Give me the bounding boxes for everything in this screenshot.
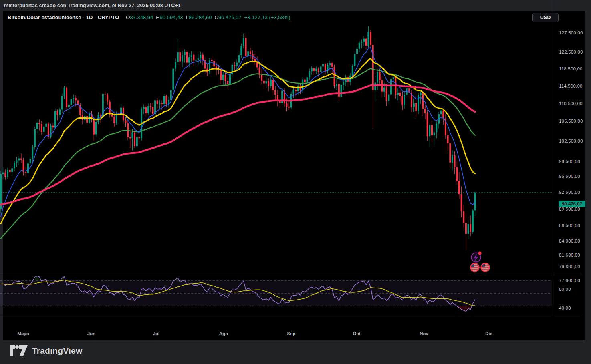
ohlc-label: H	[156, 14, 159, 20]
footer-bar: TradingView	[0, 340, 591, 364]
tradingview-logo-text: TradingView	[32, 346, 83, 356]
ohlc-value: 86.284,60	[189, 14, 212, 20]
ohlc-value: 90.594,43	[160, 14, 183, 20]
month-label: Jul	[153, 331, 160, 336]
tradingview-chart-page: misterpuertas creado con TradingView.com…	[0, 0, 591, 364]
price-axis-label: 122.500,00	[559, 49, 583, 55]
price-axis-label: 106.500,00	[559, 118, 583, 124]
ma-fast-line	[1, 48, 475, 217]
currency-toggle-button[interactable]: USD	[532, 13, 559, 22]
ma-slow-line	[1, 68, 475, 239]
pane-separators	[0, 0, 582, 316]
us-economic-event-icon[interactable]	[471, 263, 479, 272]
price-axis-label: 79.600,00	[559, 263, 580, 270]
ohlc-values: O87.348,94H90.594,43L86.284,60C90.476,07…	[123, 14, 290, 20]
interval-label[interactable]: 1D	[86, 14, 93, 20]
price-axis-label: 114.500,00	[559, 83, 583, 89]
last-price-badge: 90.476,07	[559, 201, 585, 207]
ohlc-label: L	[186, 14, 188, 20]
ohlc-label: O	[126, 14, 130, 20]
month-label: Sep	[287, 331, 295, 336]
price-axis-label: 110.500,00	[559, 100, 583, 107]
month-label: Dic	[485, 331, 492, 336]
price-axis-label: 86.500,00	[559, 222, 580, 229]
price-axis-label: 77.600,00	[559, 277, 580, 284]
price-axis-label: 95.500,00	[559, 173, 580, 179]
price-axis-label: 84.000,00	[559, 238, 580, 244]
exchange-label: CRYPTO	[98, 14, 119, 20]
price-axis-label: 102.500,00	[559, 138, 583, 144]
separator-dot: ·	[93, 14, 97, 20]
tradingview-logo[interactable]: TradingView	[10, 345, 83, 356]
ohlc-label: C	[215, 14, 218, 20]
price-axis-label: 81.600,00	[559, 252, 580, 258]
month-label: Mayo	[17, 331, 29, 336]
chart-panel[interactable]: Bitcoin/Dólar estadounidense·1D·CRYPTOO8…	[3, 11, 585, 340]
us-economic-event-icon[interactable]	[481, 263, 490, 272]
ohlc-value: 87.348,94	[130, 14, 153, 20]
ideas-flash-icon[interactable]	[472, 252, 482, 262]
change-value: +3.127,13 (+3,58%)	[244, 14, 290, 20]
price-axis-label: 92.500,00	[559, 189, 580, 195]
symbol-info-row[interactable]: Bitcoin/Dólar estadounidense·1D·CRYPTOO8…	[8, 14, 290, 20]
ma-mid-line	[1, 58, 475, 223]
symbol-title[interactable]: Bitcoin/Dólar estadounidense	[8, 14, 81, 20]
month-label: Jun	[87, 331, 95, 336]
tradingview-logo-icon	[10, 345, 28, 356]
candles-series	[0, 26, 476, 250]
price-axis-label: 40,00	[559, 305, 571, 311]
separator-dot: ·	[81, 14, 86, 20]
price-axis-label: 127.500,00	[559, 30, 583, 36]
price-chart-canvas[interactable]	[0, 0, 591, 364]
price-axis-label: 118.500,00	[559, 66, 583, 72]
price-axis-label: 80,00	[559, 286, 571, 292]
price-axis-label: 98.500,00	[559, 158, 580, 165]
month-label: Oct	[353, 331, 360, 336]
month-label: Nov	[420, 331, 428, 336]
month-label: Ago	[219, 331, 228, 336]
ohlc-value: 90.476,07	[218, 14, 242, 20]
